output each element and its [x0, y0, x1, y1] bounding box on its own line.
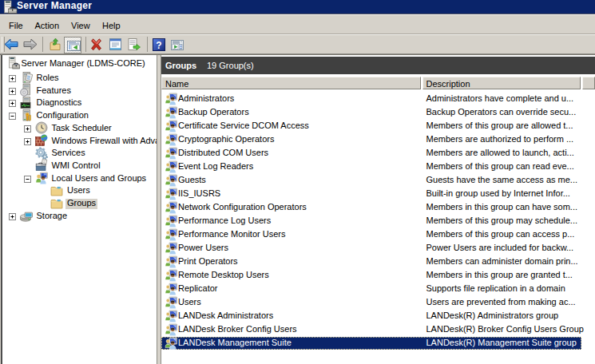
svg-text:?: ? — [156, 40, 161, 51]
